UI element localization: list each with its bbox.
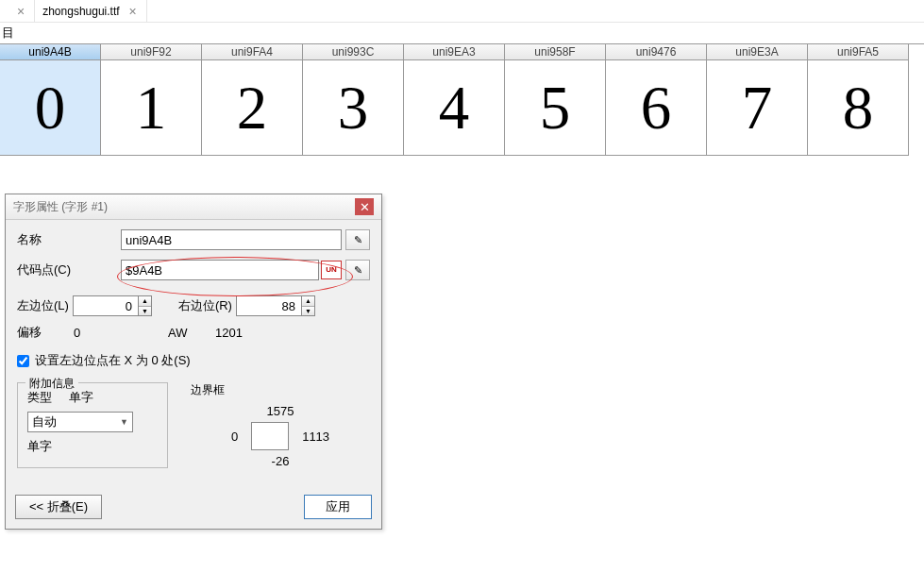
bbox-top: 1575: [267, 404, 294, 418]
name-input[interactable]: [121, 229, 342, 250]
offset-value: 0: [74, 326, 168, 340]
chevron-down-icon[interactable]: ▼: [139, 307, 151, 316]
lsb-origin-checkbox[interactable]: [17, 355, 29, 367]
glyph-cell[interactable]: uni9FA5 8: [808, 44, 909, 156]
checkbox-label: 设置左边位点在 X 为 0 处(S): [35, 352, 191, 369]
glyph-code: uni9FA5: [808, 44, 908, 60]
close-icon[interactable]: ✕: [355, 198, 374, 215]
chevron-up-icon[interactable]: ▲: [302, 296, 314, 307]
dropdown-value: 自动: [32, 413, 57, 430]
glyph-preview: 2: [202, 60, 302, 155]
tab-label: zhongshugui.ttf: [42, 5, 126, 18]
glyph-code: uni9476: [606, 44, 706, 60]
bbox-title: 边界框: [191, 382, 370, 398]
chevron-up-icon[interactable]: ▲: [139, 296, 151, 307]
codepoint-input[interactable]: [121, 260, 319, 280]
glyph-code: uni9EA3: [404, 44, 504, 60]
glyph-cell[interactable]: uni993C 3: [303, 44, 404, 156]
bbox-left: 0: [231, 430, 238, 444]
apply-button[interactable]: 应用: [304, 495, 372, 519]
bbox-bottom: -26: [272, 454, 290, 468]
collapse-button[interactable]: << 折叠(E): [15, 495, 102, 519]
rsb-spinner[interactable]: ▲▼: [302, 295, 315, 316]
glyph-code: uni9F92: [101, 44, 201, 60]
glyph-preview: 5: [505, 60, 605, 155]
chevron-down-icon: ▼: [120, 417, 128, 427]
glyph-code: uni9FA4: [202, 44, 302, 60]
tabs-bar: × zhongshugui.ttf ×: [0, 0, 924, 23]
aw-value: 1201: [215, 326, 243, 340]
dialog-titlebar[interactable]: 字形属性 (字形 #1) ✕: [6, 194, 381, 220]
glyph-cell[interactable]: uni9F92 1: [101, 44, 202, 156]
extra-info-title: 附加信息: [25, 376, 78, 392]
dialog-title-text: 字形属性 (字形 #1): [13, 199, 108, 215]
aw-label: AW: [168, 326, 215, 340]
bbox-preview: [251, 422, 289, 450]
tab-empty[interactable]: ×: [0, 0, 35, 23]
glyph-cell[interactable]: uni9FA4 2: [202, 44, 303, 156]
name-action-button[interactable]: ✎: [345, 229, 370, 250]
glyph-cell[interactable]: uni9476 6: [606, 44, 707, 156]
codepoint-label: 代码点(C): [17, 261, 121, 278]
rsb-input[interactable]: [236, 295, 302, 316]
glyph-code: uni993C: [303, 44, 403, 60]
glyph-cell[interactable]: uni9A4B 0: [0, 44, 101, 156]
unicode-badge-icon: UN: [321, 261, 342, 279]
type-dropdown[interactable]: 自动 ▼: [27, 412, 133, 432]
name-label: 名称: [17, 231, 121, 248]
glyph-code: uni958F: [505, 44, 605, 60]
glyph-properties-dialog: 字形属性 (字形 #1) ✕ 名称 ✎ 代码点(C) UN ✎ 左边位(L) ▲…: [5, 194, 382, 530]
codepoint-action-button[interactable]: ✎: [345, 260, 370, 280]
lsb-input[interactable]: [73, 295, 139, 316]
rsb-label: 右边位(R): [178, 297, 232, 314]
glyph-preview: 6: [606, 60, 706, 155]
glyph-preview: 3: [303, 60, 403, 155]
glyph-code: uni9E3A: [707, 44, 807, 60]
section-label: 目: [0, 23, 924, 43]
glyph-grid: uni9A4B 0 uni9F92 1 uni9FA4 2 uni993C 3 …: [0, 43, 924, 156]
lsb-label: 左边位(L): [17, 297, 69, 314]
glyph-cell[interactable]: uni958F 5: [505, 44, 606, 156]
close-icon[interactable]: ×: [127, 4, 139, 19]
glyph-cell[interactable]: uni9E3A 7: [707, 44, 808, 156]
glyph-preview: 7: [707, 60, 807, 155]
offset-label: 偏移: [17, 324, 74, 341]
glyph-code: uni9A4B: [0, 44, 100, 60]
extra-single-label: 单字: [27, 438, 158, 455]
chevron-down-icon[interactable]: ▼: [302, 307, 314, 316]
glyph-cell[interactable]: uni9EA3 4: [404, 44, 505, 156]
glyph-preview: 1: [101, 60, 201, 155]
lsb-spinner[interactable]: ▲▼: [139, 295, 152, 316]
bbox-right: 1113: [302, 430, 329, 444]
close-icon[interactable]: ×: [15, 4, 26, 19]
glyph-preview: 8: [808, 60, 908, 155]
glyph-preview: 4: [404, 60, 504, 155]
tab-font-file[interactable]: zhongshugui.ttf ×: [35, 0, 147, 23]
glyph-preview: 0: [0, 60, 100, 155]
